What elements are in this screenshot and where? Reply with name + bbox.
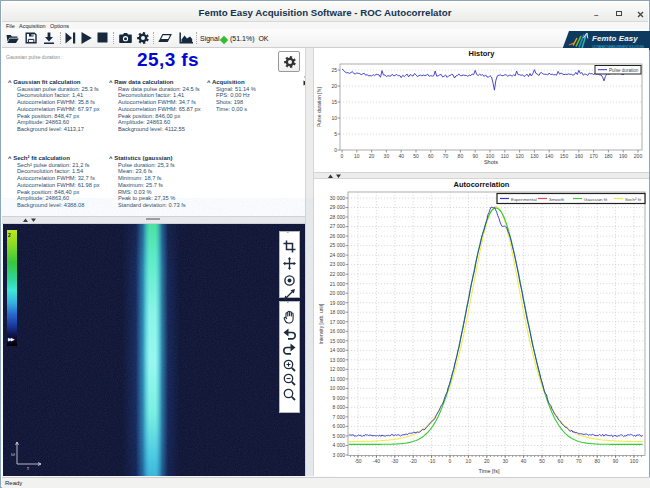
svg-text:ω: ω (11, 451, 15, 457)
svg-text:τ: τ (27, 465, 29, 471)
